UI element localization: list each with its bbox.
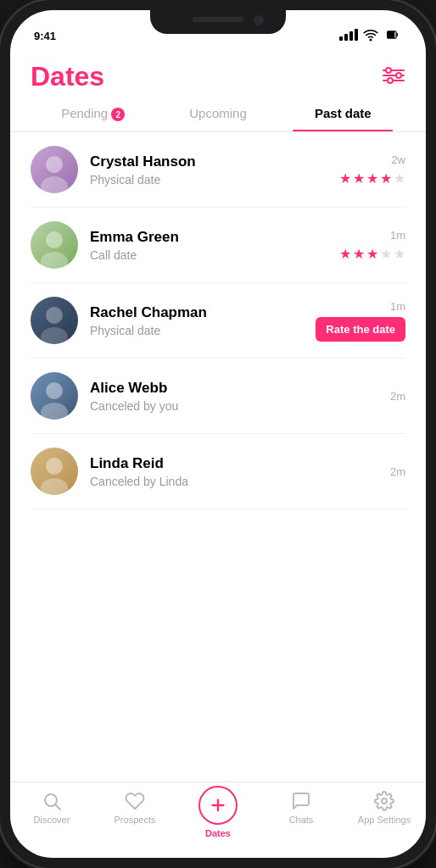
phone-frame: 9:41 [0, 0, 436, 868]
table-row[interactable]: Linda Reid Canceled by Linda 2m [31, 434, 405, 509]
date-name: Alice Webb [90, 380, 378, 397]
star-2: ★ [353, 170, 365, 186]
date-time: 2m [390, 465, 405, 478]
tab-past-date[interactable]: Past date [281, 106, 405, 131]
dates-center-icon [198, 786, 238, 825]
date-type: Physical date [90, 173, 327, 186]
chats-icon [291, 791, 311, 811]
star-4: ★ [380, 246, 392, 262]
table-row[interactable]: Rachel Chapman Physical date 1m Rate the… [31, 283, 405, 359]
svg-point-7 [386, 68, 391, 73]
svg-point-8 [396, 73, 401, 78]
date-name: Linda Reid [90, 455, 378, 472]
table-row[interactable]: Emma Green Call date 1m ★ ★ ★ ★ ★ [31, 208, 405, 283]
dates-list: Crystal Hanson Physical date 2w ★ ★ ★ ★ … [10, 132, 426, 782]
date-name: Emma Green [90, 229, 327, 246]
camera [254, 15, 264, 25]
star-5: ★ [394, 170, 405, 186]
date-meta: 2m [390, 465, 405, 478]
nav-label-chats: Chats [289, 815, 314, 825]
svg-rect-2 [388, 32, 394, 38]
svg-point-16 [46, 382, 63, 399]
app-content: Dates Pending2 [10, 47, 426, 858]
svg-point-10 [46, 156, 63, 173]
avatar [31, 297, 78, 344]
svg-point-11 [41, 176, 68, 193]
notch [150, 10, 286, 34]
svg-line-21 [56, 805, 61, 810]
star-1: ★ [339, 170, 351, 186]
status-icons [339, 27, 402, 42]
status-time: 9:41 [34, 30, 56, 42]
date-type: Canceled by you [90, 399, 378, 413]
date-time: 1m [390, 300, 405, 313]
tabs: Pending2 Upcoming Past date [10, 92, 426, 132]
svg-point-18 [46, 458, 63, 475]
date-type: Canceled by Linda [90, 475, 378, 488]
table-row[interactable]: Alice Webb Canceled by you 2m [31, 359, 405, 434]
svg-point-19 [41, 478, 68, 495]
bottom-nav: Discover Prospects Dates [10, 782, 426, 858]
battery-icon [383, 29, 402, 41]
nav-label-settings: App Settings [358, 815, 411, 825]
date-meta: 1m Rate the date [316, 300, 405, 342]
table-row[interactable]: Crystal Hanson Physical date 2w ★ ★ ★ ★ … [31, 132, 405, 208]
star-3: ★ [366, 170, 378, 186]
star-4: ★ [380, 170, 392, 186]
date-meta: 1m ★ ★ ★ ★ ★ [339, 229, 405, 262]
date-meta: 2w ★ ★ ★ ★ ★ [339, 153, 405, 186]
date-info: Rachel Chapman Physical date [90, 304, 304, 337]
pending-badge: 2 [111, 108, 125, 121]
signal-icon [339, 29, 358, 41]
svg-point-13 [41, 252, 68, 269]
date-info: Emma Green Call date [90, 229, 327, 262]
star-2: ★ [353, 246, 365, 262]
prospects-icon [125, 791, 145, 811]
nav-item-prospects[interactable]: Prospects [93, 791, 176, 825]
date-info: Crystal Hanson Physical date [90, 153, 327, 186]
nav-item-dates[interactable]: Dates [176, 791, 260, 838]
discover-icon [42, 791, 62, 811]
avatar [31, 372, 78, 420]
nav-label-prospects: Prospects [115, 815, 156, 825]
date-meta: 2m [390, 390, 405, 403]
date-name: Crystal Hanson [90, 153, 327, 170]
svg-point-17 [41, 403, 68, 420]
filter-icon [382, 65, 405, 86]
star-1: ★ [339, 246, 351, 262]
wifi-icon [363, 27, 378, 42]
star-3: ★ [366, 246, 378, 262]
date-name: Rachel Chapman [90, 304, 304, 321]
date-type: Call date [90, 248, 327, 262]
star-5: ★ [394, 246, 405, 262]
rate-the-date-button[interactable]: Rate the date [316, 317, 405, 342]
date-time: 2m [390, 390, 405, 403]
avatar [31, 146, 78, 193]
star-rating: ★ ★ ★ ★ ★ [339, 170, 405, 186]
star-rating: ★ ★ ★ ★ ★ [339, 246, 405, 262]
nav-item-settings[interactable]: App Settings [343, 791, 426, 825]
tab-upcoming[interactable]: Upcoming [155, 106, 280, 131]
svg-point-9 [388, 78, 393, 83]
settings-icon [374, 791, 394, 811]
nav-item-discover[interactable]: Discover [10, 791, 93, 825]
filter-button[interactable] [382, 65, 405, 89]
svg-point-0 [370, 39, 372, 41]
nav-item-chats[interactable]: Chats [260, 791, 343, 825]
header: Dates [10, 47, 426, 92]
nav-label-dates: Dates [205, 828, 231, 838]
page-title: Dates [31, 61, 104, 92]
date-type: Physical date [90, 324, 304, 337]
tab-pending[interactable]: Pending2 [31, 106, 155, 131]
avatar [31, 448, 78, 495]
date-time: 2w [391, 153, 405, 166]
nav-label-discover: Discover [34, 815, 70, 825]
svg-point-12 [46, 231, 63, 248]
date-time: 1m [390, 229, 405, 242]
avatar [31, 221, 78, 269]
svg-point-15 [41, 327, 68, 344]
speaker [193, 17, 243, 22]
date-info: Linda Reid Canceled by Linda [90, 455, 378, 488]
svg-point-14 [46, 307, 63, 324]
svg-point-24 [382, 798, 387, 804]
